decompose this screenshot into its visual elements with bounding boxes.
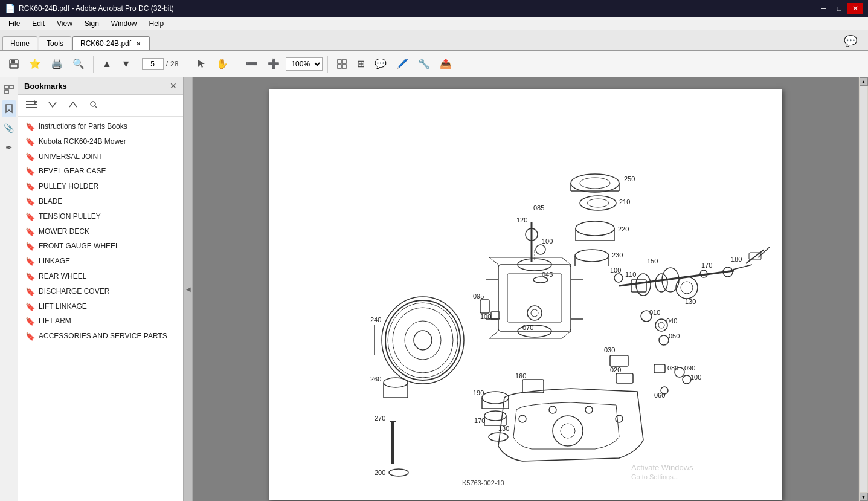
panel-collapse-handle[interactable]: ◀ [184, 77, 193, 501]
zoom-out-button[interactable]: ➖ [242, 56, 262, 72]
app-icon: 📄 [5, 4, 15, 13]
share-button[interactable]: 📤 [436, 56, 455, 72]
menu-window[interactable]: Window [105, 18, 143, 29]
svg-text:200: 200 [375, 469, 385, 476]
scroll-down-button[interactable]: ▼ [860, 493, 868, 501]
svg-point-112 [519, 415, 526, 422]
save-button[interactable] [5, 56, 23, 72]
bookmark-item-bevel-gear-case[interactable]: 🔖 BEVEL GEAR CASE [18, 164, 183, 179]
svg-point-66 [614, 274, 623, 282]
pdf-page: 250 210 220 120 [269, 89, 782, 500]
bookmark-item-kubota[interactable]: 🔖 Kubota RCK60-24B Mower [18, 134, 183, 149]
page-number-input[interactable] [142, 58, 164, 70]
bookmark-item-tension-pulley[interactable]: 🔖 TENSION PULLEY [18, 209, 183, 224]
svg-text:120: 120 [516, 216, 527, 224]
svg-point-113 [549, 406, 556, 413]
panel-options-button[interactable] [22, 98, 41, 113]
bookmark-label: LIFT ARM [39, 316, 71, 326]
scroll-up-button[interactable]: ▲ [860, 77, 868, 86]
svg-point-72 [658, 322, 664, 328]
bookmark-label: PULLEY HOLDER [39, 181, 98, 192]
bookmark-item-linkage[interactable]: 🔖 LINKAGE [18, 254, 183, 269]
signatures-icon[interactable]: ✒ [2, 139, 16, 156]
bookmark-item-accessories[interactable]: 🔖 ACCESSORIES AND SERVICE PARTS [18, 329, 183, 344]
menu-view[interactable]: View [51, 18, 79, 29]
bookmark-label: BEVEL GEAR CASE [39, 166, 106, 176]
svg-text:020: 020 [610, 366, 621, 373]
bookmark-icon: 🔖 [25, 242, 35, 251]
bookmark-icon: 🔖 [25, 212, 35, 221]
svg-point-31 [571, 174, 619, 192]
stamp-button[interactable]: 🔧 [414, 56, 434, 72]
thumbnails-icon[interactable] [2, 81, 16, 98]
bookmark-item-front-gauge-wheel[interactable]: 🔖 FRONT GAUGE WHEEL [18, 239, 183, 254]
svg-text:170: 170 [701, 262, 712, 269]
bookmark-item-rear-wheel[interactable]: 🔖 REAR WHEEL [18, 269, 183, 284]
svg-text:130: 130 [498, 425, 509, 432]
bookmark-item-pulley-holder[interactable]: 🔖 PULLEY HOLDER [18, 179, 183, 194]
bookmarks-icon[interactable] [2, 100, 16, 117]
svg-text:040: 040 [666, 317, 677, 325]
tab-home[interactable]: Home [2, 36, 37, 50]
gear-case-body [486, 257, 583, 338]
svg-point-40 [576, 221, 614, 236]
bookmark-item-discharge-cover[interactable]: 🔖 DISCHARGE COVER [18, 284, 183, 299]
maximize-button[interactable]: □ [832, 3, 846, 14]
tab-bar: Home Tools RCK60-24B.pdf ✕ 💬 [0, 30, 868, 51]
bookmark-item-instructions[interactable]: 🔖 Instructions for Parts Books [18, 119, 183, 134]
menu-help[interactable]: Help [143, 18, 170, 29]
bookmark-item-universal-joint[interactable]: 🔖 UNIVERSAL JOINT [18, 149, 183, 164]
separator-1 [93, 56, 94, 73]
next-page-button[interactable]: ▼ [118, 56, 135, 72]
svg-point-114 [585, 406, 593, 413]
comment-button[interactable]: 💬 [371, 56, 390, 72]
menu-edit[interactable]: Edit [26, 18, 51, 29]
find-bookmark-button[interactable] [85, 97, 103, 114]
print-button[interactable]: 🖨️ [47, 56, 66, 72]
pdf-container[interactable]: 250 210 220 120 [193, 77, 858, 501]
svg-point-91 [393, 308, 453, 373]
tab-close-icon[interactable]: ✕ [135, 40, 142, 47]
svg-point-88 [683, 375, 691, 384]
svg-point-115 [616, 415, 623, 422]
tab-pdf[interactable]: RCK60-24B.pdf ✕ [72, 36, 150, 50]
bookmark-item-lift-linkage[interactable]: 🔖 LIFT LINKAGE [18, 299, 183, 314]
scrollbar-right[interactable]: ▲ ▼ [858, 77, 868, 501]
svg-point-92 [405, 321, 441, 360]
collapse-all-button[interactable] [64, 97, 82, 114]
attachments-icon[interactable]: 📎 [2, 120, 16, 137]
zoom-in-button[interactable]: ➕ [264, 56, 283, 72]
prev-page-button[interactable]: ▲ [98, 56, 115, 72]
bookmarks-list: 🔖 Instructions for Parts Books 🔖 Kubota … [18, 117, 183, 501]
fit-page-button[interactable] [333, 56, 351, 72]
svg-text:100: 100 [480, 313, 491, 320]
select-tool-button[interactable] [193, 57, 210, 71]
bookmark-icon: 🔖 [25, 152, 35, 161]
bookmark-icon: 🔖 [25, 257, 35, 266]
svg-text:070: 070 [522, 324, 533, 331]
highlight-button[interactable]: 🖊️ [393, 56, 412, 72]
close-button[interactable]: ✕ [847, 3, 863, 14]
svg-point-94 [385, 300, 460, 380]
bookmark-item-blade[interactable]: 🔖 BLADE [18, 194, 183, 209]
svg-rect-4 [338, 60, 341, 63]
svg-text:030: 030 [604, 346, 615, 354]
bookmark-item-lift-arm[interactable]: 🔖 LIFT ARM [18, 314, 183, 329]
zoom-select[interactable]: 100% 75% 125% 150% 200% [286, 57, 323, 71]
panel-close-button[interactable]: ✕ [170, 81, 177, 91]
bookmark-add-button[interactable]: ⭐ [25, 56, 45, 72]
expand-all-button[interactable] [43, 97, 62, 114]
svg-point-78 [675, 367, 684, 377]
tab-tools[interactable]: Tools [39, 36, 71, 50]
continuous-scroll-button[interactable]: ⊞ [353, 56, 368, 72]
hand-tool-button[interactable]: ✋ [213, 56, 232, 72]
minimize-button[interactable]: ─ [816, 3, 831, 14]
chat-button[interactable]: 💬 [840, 32, 861, 50]
svg-rect-76 [654, 364, 665, 373]
svg-rect-1 [11, 60, 15, 63]
find-button[interactable]: 🔍 [69, 56, 88, 72]
menu-file[interactable]: File [2, 18, 26, 29]
bookmark-item-mower-deck[interactable]: 🔖 MOWER DECK [18, 224, 183, 239]
svg-rect-142 [480, 300, 489, 313]
menu-sign[interactable]: Sign [79, 18, 105, 29]
